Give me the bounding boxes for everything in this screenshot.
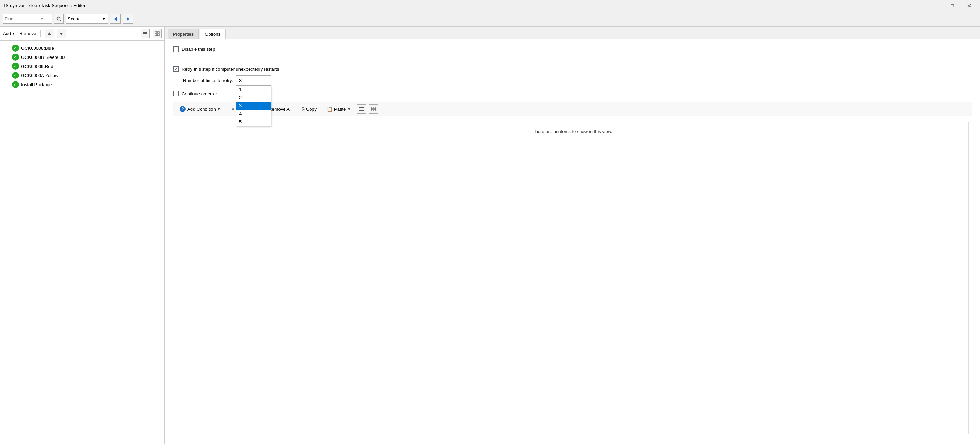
- svg-rect-7: [143, 33, 147, 34]
- cond-separator-4: [321, 105, 322, 113]
- right-panel: Properties Options Disable this step: [165, 27, 980, 444]
- svg-rect-17: [374, 107, 375, 109]
- find-box: x: [3, 14, 52, 24]
- add-condition-label: Add Condition: [187, 106, 216, 112]
- retry-section: Retry this step if computer unexpectedly…: [173, 66, 972, 85]
- list-icon: [143, 31, 148, 36]
- conditions-icon-btn-2[interactable]: [369, 105, 378, 114]
- tree-item-4[interactable]: ✓ Install Package: [2, 80, 163, 89]
- continue-error-checkbox-label[interactable]: Continue on error: [173, 91, 217, 97]
- maximize-button[interactable]: □: [944, 1, 960, 11]
- conditions-view: There are no items to show in this view.: [176, 122, 969, 434]
- retry-count-row: Number of times to retry: 1 2 3 4 5: [173, 75, 972, 85]
- tree-item-3[interactable]: ✓ GCK0000A:Yellow: [2, 71, 163, 80]
- tree-item-label-3: GCK0000A:Yellow: [21, 73, 58, 78]
- sidebar-tree: ✓ GCK00008:Blue ✓ GCK0000B:Sleep600 ✓ GC…: [0, 41, 164, 444]
- tree-item-1[interactable]: ✓ GCK0000B:Sleep600: [2, 52, 163, 62]
- back-arrow-icon: [113, 16, 118, 22]
- svg-rect-13: [360, 107, 364, 108]
- scope-dropdown[interactable]: Scope ▼: [66, 14, 108, 24]
- dropdown-option-3[interactable]: 3: [236, 101, 271, 110]
- dropdown-option-2[interactable]: 2: [236, 94, 271, 101]
- tree-item-label-4: Install Package: [21, 82, 52, 87]
- svg-rect-14: [360, 109, 364, 109]
- retry-checkbox-label[interactable]: Retry this step if computer unexpectedly…: [173, 66, 279, 72]
- find-input[interactable]: [5, 16, 40, 21]
- svg-rect-8: [143, 35, 147, 35]
- copy-label: Copy: [306, 106, 317, 112]
- retry-count-select[interactable]: 1 2 3 4 5: [236, 75, 271, 85]
- add-dropdown-arrow-icon: ▼: [11, 32, 15, 35]
- icon-btn-1[interactable]: [141, 29, 150, 38]
- continue-error-label: Continue on error: [181, 91, 217, 97]
- tree-item-label-1: GCK0000B:Sleep600: [21, 55, 65, 60]
- svg-rect-6: [143, 32, 147, 33]
- down-arrow-icon: [59, 31, 64, 36]
- dropdown-option-4[interactable]: 4: [236, 110, 271, 118]
- copy-button[interactable]: ⎘ Copy: [298, 105, 320, 113]
- svg-rect-11: [155, 34, 157, 36]
- titlebar-controls: — □ ✕: [928, 1, 977, 11]
- move-up-button[interactable]: [45, 29, 54, 38]
- icon-btn-2[interactable]: [153, 29, 162, 38]
- tab-options[interactable]: Options: [199, 29, 226, 39]
- disable-step-checkbox-label[interactable]: Disable this step: [173, 46, 215, 52]
- svg-rect-18: [371, 109, 373, 111]
- paste-label: Paste: [334, 106, 346, 112]
- svg-marker-2: [114, 17, 117, 21]
- svg-rect-16: [371, 107, 373, 109]
- tree-item-label-2: GCK00009:Red: [21, 64, 53, 69]
- up-arrow-icon: [47, 31, 52, 36]
- retry-count-label: Number of times to retry:: [183, 78, 233, 83]
- svg-rect-19: [374, 109, 375, 111]
- paste-button[interactable]: 📋 Paste ▼: [323, 105, 354, 113]
- tree-item-0[interactable]: ✓ GCK00008:Blue: [2, 43, 163, 52]
- forward-button[interactable]: [123, 14, 133, 24]
- tree-item-icon-3: ✓: [12, 72, 19, 79]
- scope-label: Scope: [68, 16, 81, 21]
- find-clear-button[interactable]: x: [41, 17, 43, 21]
- minimize-button[interactable]: —: [928, 1, 943, 11]
- conditions-toolbar: ? Add Condition ▼ ✕ Remove ✕ Remove All: [173, 102, 972, 116]
- tree-item-icon-1: ✓: [12, 54, 19, 60]
- window-title: TS dyn var - sleep Task Sequence Editor: [3, 3, 85, 8]
- svg-marker-3: [127, 17, 129, 21]
- tree-item-icon-2: ✓: [12, 63, 19, 70]
- svg-marker-4: [48, 32, 51, 35]
- tree-item-2[interactable]: ✓ GCK00009:Red: [2, 62, 163, 71]
- main-content: Add ▼ Remove: [0, 27, 980, 444]
- svg-rect-10: [158, 32, 159, 33]
- add-button[interactable]: Add ▼: [3, 31, 15, 36]
- retry-dropdown-open: 1 2 3 4 5: [236, 85, 271, 126]
- paste-icon: 📋: [327, 106, 333, 112]
- conditions-list-icon: [360, 107, 364, 111]
- sidebar-separator: [40, 30, 41, 37]
- dropdown-option-1[interactable]: 1: [236, 86, 271, 94]
- titlebar: TS dyn var - sleep Task Sequence Editor …: [0, 0, 980, 11]
- sidebar: Add ▼ Remove: [0, 27, 165, 444]
- sidebar-toolbar: Add ▼ Remove: [0, 27, 164, 41]
- svg-rect-12: [158, 34, 159, 36]
- close-button[interactable]: ✕: [961, 1, 977, 11]
- tab-properties[interactable]: Properties: [168, 29, 199, 39]
- tree-item-label-0: GCK00008:Blue: [21, 46, 54, 51]
- no-items-text: There are no items to show in this view.: [533, 129, 612, 134]
- remove-x-icon: ✕: [231, 106, 235, 112]
- svg-point-0: [57, 17, 60, 20]
- svg-marker-5: [60, 33, 63, 35]
- search-button[interactable]: [54, 14, 64, 24]
- add-label: Add: [3, 31, 11, 36]
- move-down-button[interactable]: [57, 29, 66, 38]
- retry-checkbox-row: Retry this step if computer unexpectedly…: [173, 66, 972, 72]
- add-condition-button[interactable]: ? Add Condition ▼: [176, 105, 224, 114]
- retry-count-select-wrapper: 1 2 3 4 5 1 2 3 4: [236, 75, 271, 85]
- dropdown-option-5[interactable]: 5: [236, 118, 271, 126]
- disable-step-checkbox[interactable]: [173, 46, 179, 52]
- back-button[interactable]: [110, 14, 121, 24]
- remove-button[interactable]: Remove: [19, 31, 36, 36]
- retry-checkbox[interactable]: [173, 66, 179, 72]
- conditions-icon-btn-1[interactable]: [357, 105, 366, 114]
- continue-error-checkbox[interactable]: [173, 91, 179, 97]
- scope-arrow-icon: ▼: [102, 16, 106, 21]
- copy-icon: ⎘: [302, 106, 305, 112]
